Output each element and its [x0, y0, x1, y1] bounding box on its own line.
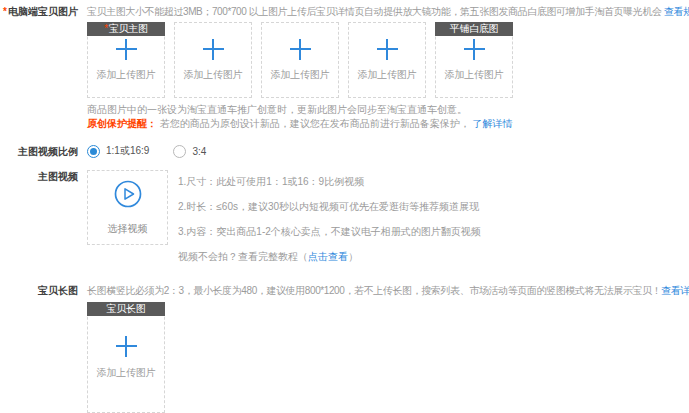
- white-background-tag: 平铺白底图: [435, 22, 513, 36]
- pc-images-row: *电脑端宝贝图片 宝贝主图大小不能超过3MB；700*700 以上图片上传后宝贝…: [0, 5, 689, 130]
- video-tip-duration: 2.时长：≤60s，建议30秒以内短视频可优先在爱逛街等推荐频道展现: [178, 201, 481, 213]
- main-image-tag: *宝贝主图: [87, 22, 165, 36]
- white-background-tag-text: 平铺白底图: [450, 23, 499, 34]
- plus-icon: [377, 39, 398, 60]
- main-image-tag-text: 宝贝主图: [109, 23, 148, 34]
- plus-icon: [464, 39, 485, 60]
- radio-label: 3:4: [192, 146, 206, 157]
- view-spec-link[interactable]: 查看规范: [664, 6, 689, 17]
- upload-box-long-image[interactable]: 宝贝长图 添加上传图片: [87, 302, 165, 413]
- video-tip-content: 3.内容：突出商品1-2个核心卖点，不建议电子相册式的图片翻页视频: [178, 226, 481, 238]
- radio-label: 1:1或16:9: [106, 144, 149, 158]
- upload-box-label: 添加上传图片: [184, 68, 243, 82]
- pc-images-label: *电脑端宝贝图片: [0, 5, 78, 18]
- original-protect-body: 若您的商品为原创设计新品，建议您在发布商品前进行新品备案保护，: [160, 118, 470, 129]
- video-ratio-label: 主图视频比例: [0, 145, 78, 158]
- learn-more-link[interactable]: 了解详情: [473, 118, 513, 129]
- video-tip-size: 1.尺寸：此处可使用1：1或16：9比例视频: [178, 176, 481, 188]
- long-image-row: 宝贝长图 长图横竖比必须为2：3，最小长度为480，建议使用800*1200，若…: [0, 284, 689, 413]
- upload-box-white-background[interactable]: 平铺白底图 添加上传图片: [435, 22, 513, 98]
- pc-images-label-text: 电脑端宝贝图片: [8, 6, 78, 17]
- upload-box-label: 添加上传图片: [97, 366, 156, 380]
- pc-images-hint: 宝贝主图大小不能超过3MB；700*700 以上图片上传后宝贝详情页自动提供放大…: [87, 5, 689, 18]
- radio-unchecked-icon: [173, 145, 186, 158]
- upload-boxes-row: *宝贝主图 添加上传图片 添加上传图片 添加上传图片 添加上传图片: [87, 22, 689, 98]
- click-view-tutorial-link[interactable]: 点击查看: [308, 251, 348, 262]
- plus-icon: [116, 39, 137, 60]
- select-video-box[interactable]: 选择视频: [87, 170, 168, 245]
- radio-ratio-1-1-or-16-9[interactable]: 1:1或16:9: [87, 144, 149, 158]
- video-ratio-radio-group: 1:1或16:9 3:4: [87, 144, 689, 158]
- video-ratio-row: 主图视频比例 1:1或16:9 3:4: [0, 144, 689, 158]
- upload-box-2[interactable]: 添加上传图片: [174, 22, 252, 98]
- upload-box-4[interactable]: 添加上传图片: [348, 22, 426, 98]
- long-image-tag-text: 宝贝长图: [107, 303, 146, 314]
- plus-icon: [290, 39, 311, 60]
- ztc-sync-note: 商品图片中的一张设为淘宝直通车推广创意时，更新此图片会同步至淘宝直通车创意。: [87, 103, 689, 116]
- select-video-label: 选择视频: [108, 222, 148, 236]
- original-protect-prefix: 原创保护提醒：: [87, 118, 157, 129]
- upload-box-label: 添加上传图片: [271, 68, 330, 82]
- main-video-label: 主图视频: [0, 170, 78, 183]
- required-asterisk: *: [3, 6, 7, 17]
- radio-checked-icon: [87, 145, 100, 158]
- product-publish-image-section: *电脑端宝贝图片 宝贝主图大小不能超过3MB；700*700 以上图片上传后宝贝…: [0, 0, 689, 413]
- upload-box-label: 添加上传图片: [358, 68, 417, 82]
- long-image-label: 宝贝长图: [0, 284, 78, 297]
- upload-box-main-image[interactable]: *宝贝主图 添加上传图片: [87, 22, 165, 98]
- plus-icon: [203, 39, 224, 60]
- upload-box-label: 添加上传图片: [445, 68, 504, 82]
- long-image-hint-text: 长图横竖比必须为2：3，最小长度为480，建议使用800*1200，若不上传长图…: [87, 285, 661, 296]
- pc-images-hint-text: 宝贝主图大小不能超过3MB；700*700 以上图片上传后宝贝详情页自动提供放大…: [87, 6, 662, 17]
- plus-icon: [116, 336, 137, 357]
- long-image-tag: 宝贝长图: [87, 302, 165, 316]
- video-tips: 1.尺寸：此处可使用1：1或16：9比例视频 2.时长：≤60s，建议30秒以内…: [178, 170, 481, 263]
- main-video-row: 主图视频 选择视频 1.尺寸：此处可使用1：1或16：9比例视频 2.时长：≤6…: [0, 170, 689, 263]
- view-details-link[interactable]: 查看详情: [661, 285, 689, 296]
- required-asterisk: *: [104, 23, 108, 34]
- upload-box-3[interactable]: 添加上传图片: [261, 22, 339, 98]
- original-protect-note: 原创保护提醒： 若您的商品为原创设计新品，建议您在发布商品前进行新品备案保护， …: [87, 117, 689, 130]
- play-icon: [113, 179, 143, 209]
- video-tutorial-text: 视频不会拍？查看完整教程（: [178, 251, 308, 262]
- long-image-hint: 长图横竖比必须为2：3，最小长度为480，建议使用800*1200，若不上传长图…: [87, 284, 689, 297]
- radio-ratio-3-4[interactable]: 3:4: [173, 145, 206, 158]
- upload-box-label: 添加上传图片: [97, 68, 156, 82]
- video-tutorial-line: 视频不会拍？查看完整教程（点击查看）: [178, 251, 481, 263]
- video-tutorial-suffix: ）: [348, 251, 358, 262]
